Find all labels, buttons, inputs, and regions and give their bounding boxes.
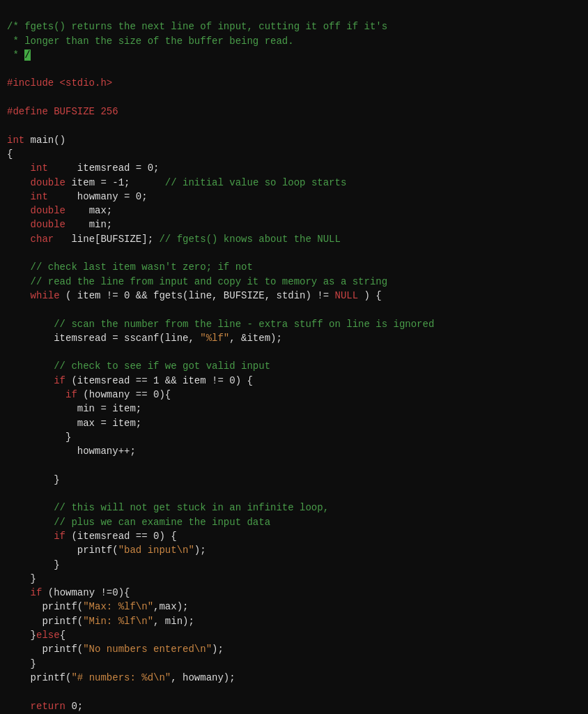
line-max: double max; [7, 205, 112, 216]
line-min-assign: min = item; [7, 403, 141, 414]
if-itemsread-0: if (itemsread == 0) { [7, 531, 177, 542]
close-brace-else: } [7, 658, 36, 669]
printf-max: printf("Max: %lf\n",max); [7, 601, 188, 612]
line-char: char line[BUFSIZE]; // fgets() knows abo… [7, 234, 341, 245]
line-itemsread: int itemsread = 0; [7, 162, 159, 174]
printf-min: printf("Min: %lf\n", min); [7, 616, 194, 627]
printf-count: printf("# numbers: %d\n", howmany); [7, 672, 235, 683]
while-line: while ( item != 0 && fgets(line, BUFSIZE… [7, 290, 382, 301]
int-keyword: int [7, 135, 24, 146]
if-howmany: if (howmany == 0){ [7, 389, 171, 400]
define-line: #define BUFSIZE 256 [7, 106, 118, 117]
code-editor: /* fgets() returns the next line of inpu… [7, 6, 581, 714]
cursor: / [24, 50, 30, 61]
printf-bad: printf("bad input\n"); [7, 545, 206, 556]
line-howmany: int howmany = 0; [7, 191, 148, 202]
if-howmany-line: if (howmany !=0){ [7, 587, 130, 598]
else-line: }else{ [7, 630, 65, 641]
comment-line-1: /* fgets() returns the next line of inpu… [7, 21, 387, 32]
comment-examine: // plus we can examine the input data [7, 517, 270, 528]
close-brace-inner: } [7, 432, 71, 443]
open-brace-1: { [7, 149, 13, 160]
comment-check: // check last item wasn't zero; if not [7, 261, 253, 273]
comment-scan: // scan the number from the line - extra… [7, 319, 434, 330]
comment-line-3: * [7, 50, 24, 61]
line-max-assign: max = item; [7, 418, 141, 429]
comment-valid: // check to see if we got valid input [7, 360, 270, 372]
main-func: main() [24, 135, 65, 146]
close-brace-if2: } [7, 559, 60, 570]
close-brace-if: } [7, 474, 60, 485]
line-sscanf: itemsread = sscanf(line, "%lf", &item); [7, 333, 282, 344]
line-howmany-inc: howmany++; [7, 446, 136, 457]
return-line: return 0; [7, 701, 83, 712]
comment-line-2: * longer than the size of the buffer bei… [7, 36, 294, 47]
line-min: double min; [7, 219, 112, 230]
printf-no-numbers: printf("No numbers entered\n"); [7, 644, 224, 655]
line-item: double item = -1; // initial value so lo… [7, 177, 346, 188]
close-brace-while: } [7, 573, 36, 584]
comment-infinite: // this will not get stuck in an infinit… [7, 502, 329, 513]
include-line: #include <stdio.h> [7, 77, 112, 89]
comment-read: // read the line from input and copy it … [7, 276, 387, 287]
if-valid: if (itemsread == 1 && item != 0) { [7, 375, 253, 386]
